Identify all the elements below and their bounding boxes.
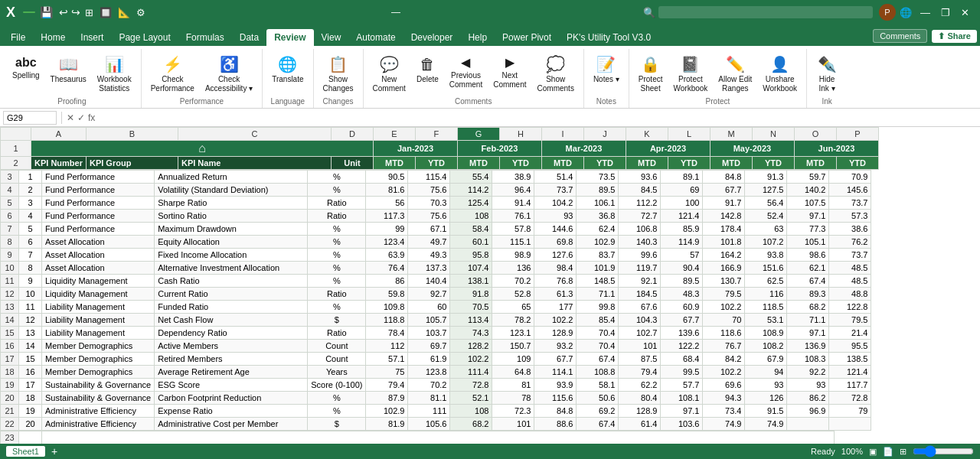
cell-o9[interactable]: 98.6: [787, 249, 829, 262]
cell-h5[interactable]: 91.4: [492, 197, 534, 210]
new-comment-button[interactable]: 💬 New Comment: [368, 52, 410, 96]
cell-c7[interactable]: Maximum Drawdown: [155, 223, 308, 236]
cell-m5[interactable]: 91.7: [703, 197, 745, 210]
cell-c4[interactable]: Volatility (Standard Deviation): [155, 184, 308, 197]
thesaurus-button[interactable]: 📖 Thesaurus: [46, 52, 91, 87]
cell-j7[interactable]: 62.4: [577, 223, 619, 236]
cell-p3[interactable]: 70.9: [829, 171, 871, 184]
cell-l3[interactable]: 89.1: [661, 171, 703, 184]
show-comments-button[interactable]: 💭 Show Comments: [533, 52, 579, 96]
cell-c5[interactable]: Sharpe Ratio: [155, 197, 308, 210]
cell-m15[interactable]: 118.6: [703, 327, 745, 340]
cell-e10[interactable]: 76.4: [366, 262, 408, 275]
cell-k13[interactable]: 67.6: [619, 301, 661, 314]
cell-d8[interactable]: %: [308, 236, 366, 249]
cell-g5[interactable]: 125.4: [450, 197, 492, 210]
cell-d9[interactable]: %: [308, 249, 366, 262]
cell-i18[interactable]: 114.1: [534, 366, 577, 379]
cell-o14[interactable]: 71.1: [787, 314, 829, 327]
cell-h4[interactable]: 96.4: [492, 184, 534, 197]
cell-n22[interactable]: 74.9: [745, 418, 787, 431]
col-header-a[interactable]: A: [31, 128, 87, 141]
cell-o16[interactable]: 136.9: [787, 340, 829, 353]
cell-m20[interactable]: 94.3: [703, 392, 745, 405]
hide-ink-button[interactable]: ✒️ Hide Ink ▾: [812, 52, 842, 96]
cell-n13[interactable]: 118.5: [745, 301, 787, 314]
col-header-l[interactable]: L: [668, 128, 710, 141]
cell-a9[interactable]: 7: [19, 249, 42, 262]
cell-p4[interactable]: 145.6: [829, 184, 871, 197]
cell-l17[interactable]: 68.4: [661, 353, 703, 366]
cell-o13[interactable]: 68.2: [787, 301, 829, 314]
cell-j16[interactable]: 70.4: [577, 340, 619, 353]
tab-review[interactable]: Review: [266, 29, 313, 46]
cell-e11[interactable]: 86: [366, 275, 408, 288]
cell-k2[interactable]: MTD: [626, 157, 668, 170]
cell-o5[interactable]: 107.5: [787, 197, 829, 210]
cell-h10[interactable]: 136: [492, 262, 534, 275]
cell-f8[interactable]: 49.7: [408, 236, 450, 249]
cell-g4[interactable]: 114.2: [450, 184, 492, 197]
view-break[interactable]: ⊞: [900, 447, 906, 457]
cell-i6[interactable]: 93: [534, 210, 577, 223]
cell-g7[interactable]: 58.4: [450, 223, 492, 236]
close-button[interactable]: ✕: [956, 5, 974, 20]
cell-o12[interactable]: 89.3: [787, 288, 829, 301]
cell-j20[interactable]: 50.6: [577, 392, 619, 405]
cell-m17[interactable]: 84.2: [703, 353, 745, 366]
cell-g20[interactable]: 52.1: [450, 392, 492, 405]
cell-h15[interactable]: 123.1: [492, 327, 534, 340]
cell-c18[interactable]: Average Retirement Age: [155, 366, 308, 379]
view-layout[interactable]: 📄: [883, 447, 893, 457]
unshare-workbook-button[interactable]: 👤 Unshare Workbook: [758, 52, 802, 96]
cell-n21[interactable]: 91.5: [745, 405, 787, 418]
cell-j18[interactable]: 108.8: [577, 366, 619, 379]
cell-h9[interactable]: 98.9: [492, 249, 534, 262]
cell-f17[interactable]: 61.9: [408, 353, 450, 366]
cell-o1[interactable]: Jun-2023: [794, 141, 878, 157]
cell-d14[interactable]: $: [308, 314, 366, 327]
cell-k1[interactable]: Apr-2023: [626, 141, 710, 157]
cell-i5[interactable]: 104.2: [534, 197, 577, 210]
cell-e2[interactable]: MTD: [373, 157, 415, 170]
cell-f13[interactable]: 60: [408, 301, 450, 314]
cell-e14[interactable]: 118.8: [366, 314, 408, 327]
cell-e16[interactable]: 112: [366, 340, 408, 353]
cell-b12[interactable]: Liquidity Management: [42, 288, 155, 301]
cell-c6[interactable]: Sortino Ratio: [155, 210, 308, 223]
cell-p17[interactable]: 138.5: [829, 353, 871, 366]
autosave-toggle[interactable]: [23, 11, 35, 13]
cell-h19[interactable]: 81: [492, 379, 534, 392]
cell-p2[interactable]: YTD: [836, 157, 878, 170]
cell-k18[interactable]: 79.4: [619, 366, 661, 379]
cell-b15[interactable]: Liability Management: [42, 327, 155, 340]
sheet-container[interactable]: A B C D E F G H I J K L M N O P 1: [0, 127, 980, 444]
cell-e18[interactable]: 75: [366, 366, 408, 379]
cell-i9[interactable]: 127.6: [534, 249, 577, 262]
cell-e12[interactable]: 59.8: [366, 288, 408, 301]
cell-e13[interactable]: 109.8: [366, 301, 408, 314]
cell-i11[interactable]: 76.8: [534, 275, 577, 288]
tab-pk-utility[interactable]: PK's Utility Tool V3.0: [559, 29, 658, 46]
cell-k14[interactable]: 104.3: [619, 314, 661, 327]
cell-l9[interactable]: 57: [661, 249, 703, 262]
cell-n7[interactable]: 63: [745, 223, 787, 236]
col-header-j[interactable]: J: [583, 128, 626, 141]
cell-m3[interactable]: 84.8: [703, 171, 745, 184]
cell-e20[interactable]: 87.9: [366, 392, 408, 405]
cell-i1[interactable]: Mar-2023: [541, 141, 626, 157]
tab-data[interactable]: Data: [232, 29, 266, 46]
cell-l2[interactable]: YTD: [668, 157, 710, 170]
cell-k20[interactable]: 80.4: [619, 392, 661, 405]
cell-h7[interactable]: 57.8: [492, 223, 534, 236]
cell-g19[interactable]: 72.8: [450, 379, 492, 392]
cell-j2[interactable]: YTD: [583, 157, 626, 170]
cell-b21[interactable]: Administrative Efficiency: [42, 405, 155, 418]
cell-d10[interactable]: %: [308, 262, 366, 275]
cell-b8[interactable]: Asset Allocation: [42, 236, 155, 249]
cell-e17[interactable]: 57.1: [366, 353, 408, 366]
cell-o8[interactable]: 105.1: [787, 236, 829, 249]
cell-m22[interactable]: 74.9: [703, 418, 745, 431]
cell-l18[interactable]: 99.5: [661, 366, 703, 379]
cell-m1[interactable]: May-2023: [710, 141, 794, 157]
